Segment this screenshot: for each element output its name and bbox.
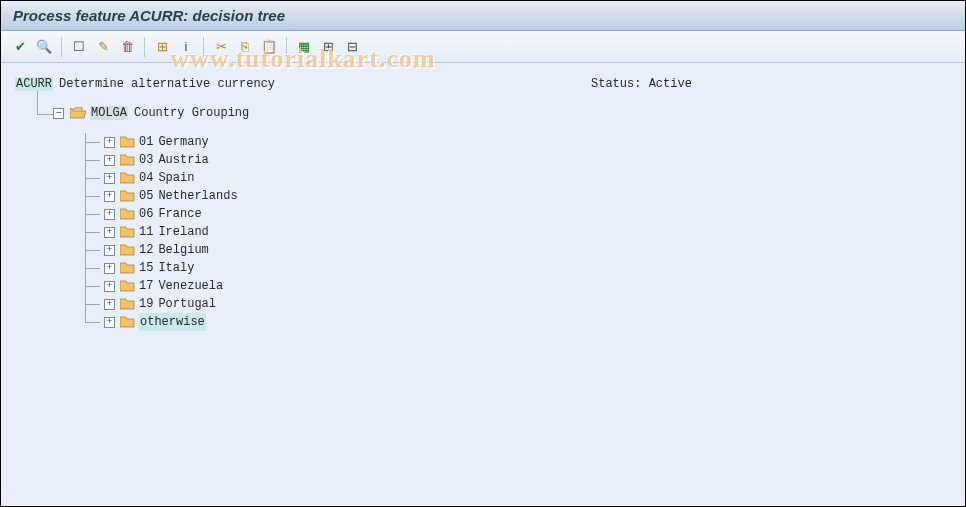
toolbar-separator — [286, 37, 287, 57]
folder-icon — [120, 226, 134, 238]
tree-root-row[interactable]: ACURR Determine alternative currency — [15, 77, 951, 91]
country-row[interactable]: +06France — [86, 205, 951, 223]
expand-node-icon[interactable]: + — [104, 227, 115, 238]
status-label: Status: — [591, 77, 641, 91]
country-list: +01Germany+03Austria+04Spain+05Netherlan… — [85, 133, 951, 331]
country-row[interactable]: +11Ireland — [86, 223, 951, 241]
expand-node-icon[interactable]: + — [104, 173, 115, 184]
country-row[interactable]: +15Italy — [86, 259, 951, 277]
country-row[interactable]: +03Austria — [86, 151, 951, 169]
country-code: 06 — [139, 205, 153, 223]
country-name: Belgium — [158, 241, 208, 259]
folder-icon — [120, 208, 134, 220]
expand-icon[interactable]: ⊞ — [317, 36, 339, 58]
folder-icon — [120, 262, 134, 274]
expand-node-icon[interactable]: + — [104, 281, 115, 292]
copy-icon[interactable]: ⎘ — [234, 36, 256, 58]
content-area: Status: Active ACURR Determine alternati… — [1, 63, 965, 507]
expand-node-icon[interactable]: + — [104, 245, 115, 256]
select-icon[interactable]: ▦ — [293, 36, 315, 58]
country-row[interactable]: +04Spain — [86, 169, 951, 187]
info-icon[interactable]: i — [175, 36, 197, 58]
folder-icon — [120, 136, 134, 148]
country-code: 15 — [139, 259, 153, 277]
group-code: MOLGA — [90, 106, 128, 120]
new-icon[interactable]: ☐ — [68, 36, 90, 58]
toolbar-separator — [144, 37, 145, 57]
folder-icon — [120, 244, 134, 256]
country-name: Spain — [158, 169, 194, 187]
search-icon[interactable]: 🔍 — [33, 36, 55, 58]
folder-icon — [120, 280, 134, 292]
country-code: 12 — [139, 241, 153, 259]
toolbar-separator — [203, 37, 204, 57]
country-name: Italy — [158, 259, 194, 277]
root-code: ACURR — [15, 77, 53, 91]
tree-group-row[interactable]: − MOLGA Country Grouping — [37, 106, 951, 120]
country-row[interactable]: +01Germany — [86, 133, 951, 151]
otherwise-label: otherwise — [139, 313, 206, 331]
delete-icon[interactable]: 🗑 — [116, 36, 138, 58]
country-name: Netherlands — [158, 187, 237, 205]
collapse-node-icon[interactable]: − — [53, 108, 64, 119]
paste-icon[interactable]: 📋 — [258, 36, 280, 58]
folder-icon — [120, 316, 134, 328]
expand-node-icon[interactable]: + — [104, 317, 115, 328]
expand-node-icon[interactable]: + — [104, 263, 115, 274]
country-code: 01 — [139, 133, 153, 151]
expand-node-icon[interactable]: + — [104, 299, 115, 310]
country-code: 17 — [139, 277, 153, 295]
country-code: 05 — [139, 187, 153, 205]
expand-node-icon[interactable]: + — [104, 137, 115, 148]
expand-node-icon[interactable]: + — [104, 155, 115, 166]
root-text: Determine alternative currency — [59, 77, 275, 91]
edit-icon[interactable]: ✎ — [92, 36, 114, 58]
country-code: 03 — [139, 151, 153, 169]
country-row[interactable]: +05Netherlands — [86, 187, 951, 205]
group-text: Country Grouping — [134, 106, 249, 120]
status-area: Status: Active — [591, 77, 692, 91]
country-name: Portugal — [158, 295, 216, 313]
country-name: Austria — [158, 151, 208, 169]
folder-open-icon — [70, 107, 84, 119]
otherwise-row[interactable]: +otherwise — [86, 313, 951, 331]
status-value: Active — [649, 77, 692, 91]
country-name: France — [158, 205, 201, 223]
country-row[interactable]: +12Belgium — [86, 241, 951, 259]
folder-icon — [120, 298, 134, 310]
country-code: 04 — [139, 169, 153, 187]
country-code: 19 — [139, 295, 153, 313]
tree-icon[interactable]: ⊞ — [151, 36, 173, 58]
window-title: Process feature ACURR: decision tree — [1, 1, 965, 31]
cut-icon[interactable]: ✂ — [210, 36, 232, 58]
collapse-icon[interactable]: ⊟ — [341, 36, 363, 58]
country-name: Ireland — [158, 223, 208, 241]
country-name: Venezuela — [158, 277, 223, 295]
toolbar-separator — [61, 37, 62, 57]
country-code: 11 — [139, 223, 153, 241]
expand-node-icon[interactable]: + — [104, 209, 115, 220]
country-name: Germany — [158, 133, 208, 151]
folder-icon — [120, 172, 134, 184]
folder-icon — [120, 190, 134, 202]
expand-node-icon[interactable]: + — [104, 191, 115, 202]
country-row[interactable]: +19Portugal — [86, 295, 951, 313]
check-icon[interactable]: ✔ — [9, 36, 31, 58]
toolbar: ✔🔍☐✎🗑⊞i✂⎘📋▦⊞⊟ — [1, 31, 965, 63]
country-row[interactable]: +17Venezuela — [86, 277, 951, 295]
folder-icon — [120, 154, 134, 166]
